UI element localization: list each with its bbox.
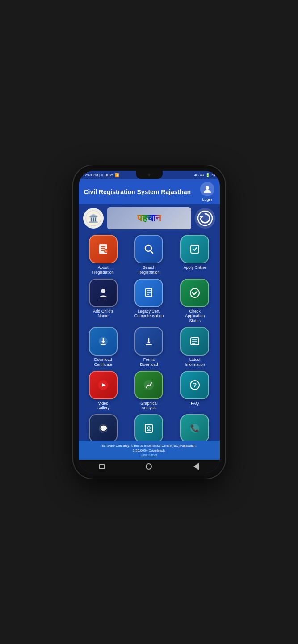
svg-text:🏛️: 🏛️ — [88, 213, 99, 223]
login-button[interactable]: Login — [200, 182, 214, 202]
menu-item-add-childs-name[interactable]: Add Child's Name — [82, 279, 125, 323]
menu-item-video-gallery[interactable]: Video Gallery — [82, 371, 125, 411]
menu-item-legacy-cert[interactable]: Legacy Cert. Computerisation — [128, 279, 170, 323]
menu-icon-submit-feedback: 💬 — [89, 414, 118, 440]
menu-item-latest-information[interactable]: Latest Information — [174, 327, 216, 367]
menu-icon-apply-online — [180, 235, 209, 263]
menu-label-download-certificate: Download Certificate — [94, 357, 113, 367]
phone-notch — [136, 171, 163, 179]
menu-label-forms-download: Forms Download — [140, 357, 158, 367]
svg-point-14 — [101, 289, 105, 293]
menu-label-add-childs-name: Add Child's Name — [93, 309, 113, 319]
phone-screen: 12:49 PM | 0.1KB/s 📶 4G ▪▪▪ 🔋 73 Civil R… — [79, 171, 220, 473]
svg-rect-34 — [145, 424, 152, 432]
svg-line-12 — [151, 251, 153, 253]
nav-back-button[interactable] — [192, 462, 200, 470]
svg-text:💬: 💬 — [99, 425, 107, 432]
status-icons: 📶 — [115, 173, 119, 177]
footer-downloads: 5,55,000+ Downloads — [82, 448, 216, 453]
login-icon — [200, 182, 214, 196]
menu-icon-download-certificate — [89, 327, 118, 356]
menu-icon-contact-us: 📞 — [180, 414, 209, 440]
menu-grid: ✎About RegistrationSearch RegistrationAp… — [82, 235, 216, 441]
menu-label-faq: FAQ — [191, 401, 199, 406]
menu-icon-video-gallery — [89, 371, 118, 399]
menu-item-check-application[interactable]: Check Application Status — [174, 279, 216, 323]
svg-point-0 — [206, 186, 209, 190]
menu-item-submit-feedback[interactable]: 💬Submit Feedback — [82, 414, 125, 440]
svg-text:✎: ✎ — [105, 250, 107, 253]
app-header: Civil Registration System Rajasthan Logi… — [79, 179, 220, 204]
emblem: 🏛️ — [83, 208, 104, 229]
menu-label-search-registration: Search Registration — [138, 265, 159, 275]
menu-icon-forms-download — [134, 327, 163, 356]
banner-logo — [195, 208, 215, 229]
battery-icon: 🔋 — [206, 173, 210, 177]
nav-home-icon — [146, 463, 152, 470]
menu-label-video-gallery: Video Gallery — [97, 401, 110, 411]
menu-item-about-registration[interactable]: ✎About Registration — [82, 235, 125, 275]
menu-item-contact-us[interactable]: 📞Contact Us — [174, 414, 216, 440]
footer-disclaimer[interactable]: Disclaimer — [82, 453, 216, 457]
banner-hindi: पहचान — [137, 212, 161, 224]
menu-icon-about-registration: ✎ — [89, 235, 118, 263]
nav-bar — [79, 460, 220, 473]
menu-item-download-certificate[interactable]: Download Certificate — [82, 327, 125, 367]
svg-point-35 — [147, 427, 150, 429]
footer-courtesy: Software Courtesy: National Informatics … — [82, 443, 216, 448]
menu-item-faq[interactable]: ?FAQ — [174, 371, 216, 411]
status-left: 12:49 PM | 0.1KB/s 📶 — [83, 173, 120, 177]
menu-label-legacy-cert: Legacy Cert. Computerisation — [134, 309, 164, 319]
app-title: Civil Registration System Rajasthan — [84, 188, 191, 195]
menu-icon-search-registration — [134, 235, 163, 263]
login-label: Login — [202, 197, 212, 202]
menu-item-search-registration[interactable]: Search Registration — [128, 235, 170, 275]
signal-icon: ▪▪▪ — [200, 173, 204, 177]
banner-center: पहचान — [107, 207, 191, 229]
menu-label-about-registration: About Registration — [92, 265, 114, 275]
menu-label-apply-online: Apply Online — [184, 265, 206, 270]
footer: Software Courtesy: National Informatics … — [79, 441, 220, 460]
menu-icon-check-application — [180, 279, 209, 307]
svg-text:?: ? — [193, 381, 197, 389]
camera — [148, 174, 151, 176]
menu-item-graphical-analysis[interactable]: Graphical Analysis — [128, 371, 170, 411]
network-badge: 4G — [194, 173, 199, 177]
menu-label-check-application: Check Application Status — [185, 309, 205, 323]
nav-home-button[interactable] — [145, 462, 153, 470]
menu-icon-faq: ? — [180, 371, 209, 399]
menu-label-graphical-analysis: Graphical Analysis — [140, 401, 158, 411]
nav-recent-button[interactable] — [98, 462, 106, 470]
nav-recent-icon — [99, 464, 105, 469]
menu-icon-legacy-cert — [134, 279, 163, 307]
svg-point-19 — [190, 288, 199, 297]
svg-rect-13 — [191, 245, 199, 253]
menu-icon-add-childs-name — [89, 279, 118, 307]
status-right: 4G ▪▪▪ 🔋 73 — [194, 173, 215, 177]
menu-grid-container: ✎About RegistrationSearch RegistrationAp… — [79, 232, 220, 441]
menu-item-contact-details[interactable]: Contact Details — [128, 414, 170, 440]
menu-label-latest-information: Latest Information — [185, 357, 205, 367]
phone-frame: 12:49 PM | 0.1KB/s 📶 4G ▪▪▪ 🔋 73 Civil R… — [73, 165, 225, 479]
menu-icon-contact-details — [134, 414, 163, 440]
status-time: 12:49 PM | 0.1KB/s — [83, 173, 114, 177]
svg-text:📞: 📞 — [190, 424, 199, 432]
menu-item-apply-online[interactable]: Apply Online — [174, 235, 216, 275]
menu-icon-graphical-analysis — [134, 371, 163, 399]
nav-back-icon — [193, 463, 199, 470]
battery-level: 73 — [211, 173, 215, 177]
menu-icon-latest-information — [180, 327, 209, 356]
menu-item-forms-download[interactable]: Forms Download — [128, 327, 170, 367]
banner: 🏛️ पहचान — [79, 204, 220, 232]
